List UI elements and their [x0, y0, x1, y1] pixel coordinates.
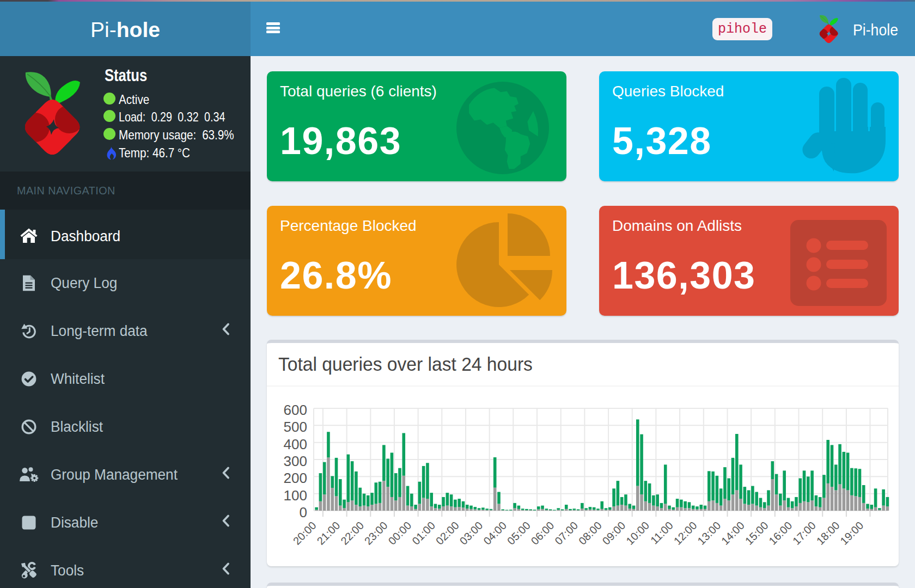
- svg-text:01:00: 01:00: [410, 519, 437, 547]
- svg-text:17:00: 17:00: [790, 519, 818, 547]
- svg-text:16:00: 16:00: [766, 519, 794, 547]
- svg-text:18:00: 18:00: [814, 519, 842, 547]
- svg-text:500: 500: [284, 419, 307, 435]
- svg-text:300: 300: [284, 453, 307, 469]
- svg-text:02:00: 02:00: [434, 519, 461, 547]
- svg-text:22:00: 22:00: [338, 519, 366, 547]
- svg-text:12:00: 12:00: [672, 519, 699, 547]
- svg-text:21:00: 21:00: [314, 519, 342, 547]
- svg-text:20:00: 20:00: [291, 519, 319, 547]
- svg-text:08:00: 08:00: [576, 519, 604, 547]
- svg-text:200: 200: [284, 470, 307, 486]
- svg-text:13:00: 13:00: [695, 519, 723, 547]
- svg-text:400: 400: [284, 436, 307, 452]
- svg-text:10:00: 10:00: [624, 519, 651, 547]
- svg-text:09:00: 09:00: [600, 519, 628, 547]
- svg-text:0: 0: [300, 504, 307, 520]
- svg-text:00:00: 00:00: [386, 519, 413, 547]
- svg-text:11:00: 11:00: [648, 519, 675, 547]
- svg-text:19:00: 19:00: [838, 519, 865, 547]
- svg-text:15:00: 15:00: [743, 519, 771, 547]
- svg-text:14:00: 14:00: [719, 519, 747, 547]
- svg-text:06:00: 06:00: [529, 519, 557, 547]
- svg-text:07:00: 07:00: [552, 519, 580, 547]
- svg-text:600: 600: [284, 402, 307, 418]
- svg-text:04:00: 04:00: [481, 519, 509, 547]
- svg-text:05:00: 05:00: [505, 519, 533, 547]
- svg-text:23:00: 23:00: [362, 519, 390, 547]
- svg-text:03:00: 03:00: [457, 519, 485, 547]
- svg-text:100: 100: [284, 487, 307, 504]
